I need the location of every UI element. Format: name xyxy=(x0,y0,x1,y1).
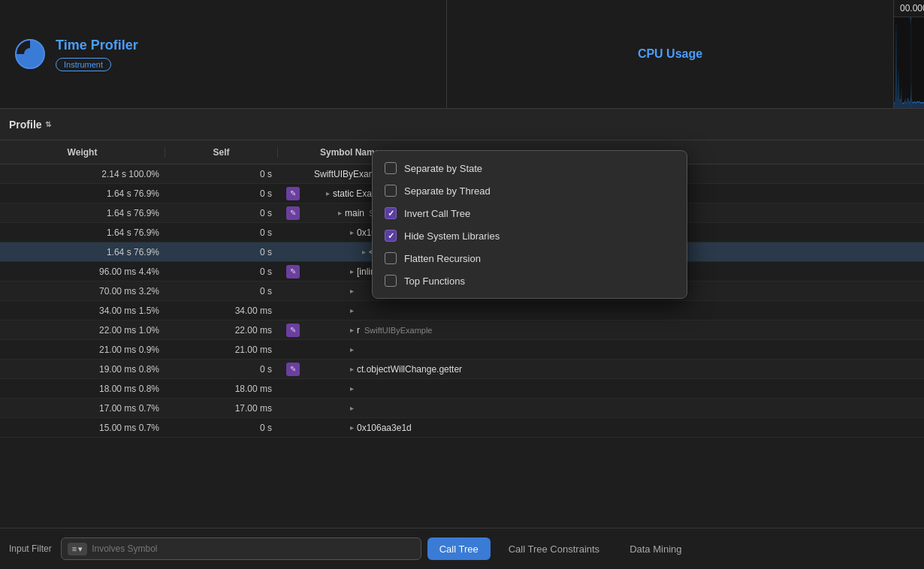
cell-self: 22.00 ms xyxy=(165,325,278,336)
tree-chevron: ▸ xyxy=(350,384,354,393)
cell-self: 0 s xyxy=(165,208,278,218)
col-self: Self xyxy=(165,147,278,158)
cell-self: 21.00 ms xyxy=(165,345,278,355)
menu-checkbox[interactable] xyxy=(385,275,397,287)
cell-weight: 34.00 ms 1.5% xyxy=(0,306,165,316)
filter-dropdown-icon: ≡ xyxy=(72,544,77,553)
col-weight: Weight xyxy=(0,147,165,158)
cell-icon: ✎ xyxy=(278,206,308,220)
cell-self: 0 s xyxy=(165,188,278,199)
profile-chevron: ⇅ xyxy=(45,120,51,128)
app-title-group: Time Profiler Instrument xyxy=(56,38,138,71)
table-row[interactable]: 21.00 ms 0.9%21.00 ms▸ xyxy=(0,340,924,360)
cpu-chart: 00.000.000.000 xyxy=(894,0,924,108)
table-row[interactable]: 19.00 ms 0.8%0 s✎▸ct.objectWillChange.ge… xyxy=(0,360,924,379)
header-left: Time Profiler Instrument xyxy=(0,0,447,108)
cell-weight: 70.00 ms 3.2% xyxy=(0,286,165,297)
cell-weight: 1.64 s 76.9% xyxy=(0,227,165,238)
cell-symbol: ▸ xyxy=(308,345,924,354)
tree-chevron: ▸ xyxy=(350,404,354,412)
dropdown-menu: Separate by StateSeparate by Thread✓Inve… xyxy=(372,150,687,299)
cell-self: 0 s xyxy=(165,169,278,179)
cell-weight: 17.00 ms 0.7% xyxy=(0,403,165,414)
pencil-icon: ✎ xyxy=(286,363,300,376)
cell-icon: ✎ xyxy=(278,187,308,200)
pencil-icon: ✎ xyxy=(286,265,300,278)
profile-bar: Profile ⇅ xyxy=(0,109,924,140)
instrument-icon xyxy=(15,39,45,69)
filter-input-container[interactable]: ≡ ▾ Involves Symbol xyxy=(61,537,421,560)
tree-chevron: ▸ xyxy=(350,326,354,334)
cell-self: 0 s xyxy=(165,364,278,375)
menu-item[interactable]: ✓Invert Call Tree xyxy=(373,202,687,224)
cell-weight: 1.64 s 76.9% xyxy=(0,208,165,218)
tree-chevron: ▸ xyxy=(350,423,354,432)
pencil-icon: ✎ xyxy=(286,324,300,337)
cell-weight: 1.64 s 76.9% xyxy=(0,188,165,199)
menu-checkbox[interactable] xyxy=(385,252,397,264)
tree-chevron: ▸ xyxy=(338,209,342,217)
header: Time Profiler Instrument CPU Usage 00.00… xyxy=(0,0,924,109)
menu-checkbox[interactable] xyxy=(385,185,397,197)
menu-checkbox[interactable]: ✓ xyxy=(385,207,397,219)
table-row[interactable]: 18.00 ms 0.8%18.00 ms▸ xyxy=(0,379,924,399)
symbol-name: main xyxy=(345,208,364,218)
cell-icon: ✎ xyxy=(278,363,308,376)
tree-chevron: ▸ xyxy=(362,248,366,256)
instrument-badge: Instrument xyxy=(56,58,111,71)
cell-self: 0 s xyxy=(165,227,278,238)
menu-item[interactable]: Separate by Thread xyxy=(373,179,687,202)
menu-checkbox[interactable]: ✓ xyxy=(385,230,397,242)
cell-self: 34.00 ms xyxy=(165,306,278,316)
menu-item[interactable]: Separate by State xyxy=(373,157,687,179)
cell-symbol: ▸rSwiftUIByExample xyxy=(308,325,924,336)
tab-data-mining[interactable]: Data Mining xyxy=(618,537,693,560)
cell-self: 0 s xyxy=(165,423,278,433)
chart-svg xyxy=(894,17,924,108)
symbol-name: 0x106aa3e1d xyxy=(357,423,412,433)
menu-item-label: Separate by Thread xyxy=(404,185,491,197)
bottom-toolbar: Input Filter ≡ ▾ Involves Symbol Call Tr… xyxy=(0,528,924,569)
pencil-icon: ✎ xyxy=(286,206,300,220)
cell-weight: 22.00 ms 1.0% xyxy=(0,325,165,336)
cell-self: 0 s xyxy=(165,266,278,277)
table-row[interactable]: 22.00 ms 1.0%22.00 ms✎▸rSwiftUIByExample xyxy=(0,321,924,340)
cell-self: 17.00 ms xyxy=(165,403,278,414)
cell-weight: 15.00 ms 0.7% xyxy=(0,423,165,433)
cell-symbol: ▸ xyxy=(308,306,924,315)
menu-item-label: Top Functions xyxy=(404,275,465,287)
cell-weight: 2.14 s 100.0% xyxy=(0,169,165,179)
table-row[interactable]: 15.00 ms 0.7%0 s▸0x106aa3e1d xyxy=(0,418,924,438)
cell-symbol: ▸0x106aa3e1d xyxy=(308,423,924,433)
menu-checkbox[interactable] xyxy=(385,162,397,174)
profile-label: Profile xyxy=(9,119,42,131)
chart-timestamp: 00.000.000.000 xyxy=(894,0,924,17)
cell-symbol: ▸ct.objectWillChange.getter xyxy=(308,364,924,375)
cell-icon: ✎ xyxy=(278,324,308,337)
chart-area xyxy=(894,17,924,108)
tab-call-tree[interactable]: Call Tree xyxy=(427,537,491,560)
profile-selector[interactable]: Profile ⇅ xyxy=(9,119,51,131)
menu-item[interactable]: Flatten Recursion xyxy=(373,247,687,269)
menu-item-label: Flatten Recursion xyxy=(404,253,481,264)
table-row[interactable]: 17.00 ms 0.7%17.00 ms▸ xyxy=(0,399,924,418)
tab-call-tree-constraints[interactable]: Call Tree Constraints xyxy=(497,537,611,560)
menu-item[interactable]: ✓Hide System Libraries xyxy=(373,224,687,247)
tree-chevron: ▸ xyxy=(350,228,354,236)
symbol-name: ct.objectWillChange.getter xyxy=(357,364,462,375)
cell-icon: ✎ xyxy=(278,265,308,278)
tree-chevron: ▸ xyxy=(350,306,354,315)
symbol-secondary: SwiftUIByExample xyxy=(364,326,432,335)
header-title-group: Time Profiler Instrument xyxy=(15,38,431,71)
cell-symbol: ▸ xyxy=(308,384,924,393)
input-filter-label: Input Filter xyxy=(9,543,52,554)
menu-item[interactable]: Top Functions xyxy=(373,269,687,292)
pencil-icon: ✎ xyxy=(286,187,300,200)
menu-item-label: Separate by State xyxy=(404,163,482,174)
cell-weight: 21.00 ms 0.9% xyxy=(0,345,165,355)
filter-dropdown-button[interactable]: ≡ ▾ xyxy=(68,543,87,555)
header-center: CPU Usage xyxy=(447,0,894,108)
table-row[interactable]: 34.00 ms 1.5%34.00 ms▸ xyxy=(0,301,924,321)
tree-chevron: ▸ xyxy=(326,189,330,197)
menu-item-label: Invert Call Tree xyxy=(404,208,470,219)
